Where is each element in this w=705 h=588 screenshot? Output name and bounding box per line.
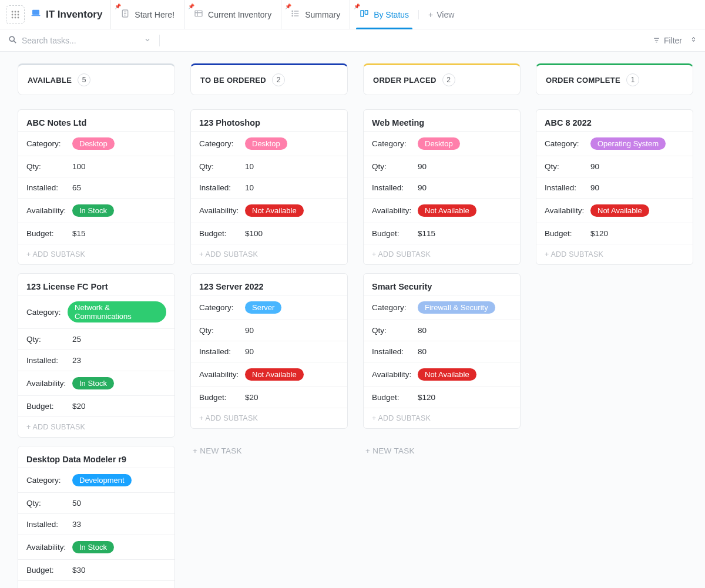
svg-point-2 [18, 11, 19, 12]
task-card[interactable]: 123 License FC PortCategory:Network & Co… [18, 273, 175, 438]
add-subtask-button[interactable]: + ADD SUBTASK [191, 408, 347, 428]
tab-start-here-[interactable]: 📌Start Here! [110, 0, 184, 29]
field-label: Availability: [199, 370, 245, 379]
column-cards: ABC Notes LtdCategory:DesktopQty:100Inst… [18, 109, 175, 588]
svg-point-4 [15, 14, 16, 15]
svg-point-6 [12, 16, 14, 18]
app-menu-button[interactable] [6, 5, 25, 24]
column-header[interactable]: TO BE ORDERED2 [190, 63, 348, 95]
add-subtask-button[interactable]: + ADD SUBTASK [191, 244, 347, 264]
field-label: Availability: [372, 206, 418, 215]
availability-pill: Not Available [418, 368, 476, 381]
card-title: 123 Photoshop [191, 110, 347, 131]
add-subtask-button[interactable]: + ADD SUBTASK [18, 416, 174, 437]
task-card[interactable]: ABC Notes LtdCategory:DesktopQty:100Inst… [18, 109, 175, 265]
pin-icon: 📌 [188, 4, 194, 9]
column-cards: Web MeetingCategory:DesktopQty:90Install… [363, 109, 521, 429]
column-header[interactable]: ORDER PLACED2 [363, 63, 521, 95]
qty-value: 90 [418, 162, 427, 171]
field-label: Qty: [199, 162, 245, 171]
field-label: Installed: [372, 183, 418, 192]
svg-point-26 [9, 36, 14, 41]
filter-button[interactable]: Filter [653, 36, 682, 45]
availability-pill: Not Available [245, 368, 304, 381]
new-task-button[interactable]: + NEW TASK [190, 443, 348, 459]
workspace-title[interactable]: IT Inventory [31, 8, 102, 21]
field-label: Category: [26, 476, 72, 485]
svg-point-3 [12, 14, 14, 15]
field-label: Category: [372, 303, 418, 312]
field-label: Availability: [199, 206, 245, 215]
search-input[interactable] [22, 36, 139, 45]
category-pill: Firewall & Security [418, 301, 495, 314]
svg-point-21 [292, 11, 293, 11]
topbar: IT Inventory 📌Start Here!📌Current Invent… [0, 0, 705, 29]
add-subtask-button[interactable]: + ADD SUBTASK [536, 244, 693, 264]
category-pill: Desktop [245, 137, 287, 150]
new-task-button[interactable]: + NEW TASK [363, 443, 521, 459]
tab-icon [291, 9, 300, 20]
field-label: Installed: [26, 183, 72, 192]
qty-value: 10 [245, 162, 254, 171]
tab-summary[interactable]: 📌Summary [281, 0, 350, 29]
tab-label: By Status [374, 10, 409, 19]
task-card[interactable]: ABC 8 2022Category:Operating SystemQty:9… [536, 109, 693, 265]
column-order-complete: ORDER COMPLETE1ABC 8 2022Category:Operat… [536, 63, 693, 265]
add-view-label: View [437, 10, 454, 19]
column-to-be-ordered: TO BE ORDERED2123 PhotoshopCategory:Desk… [190, 63, 348, 459]
tab-label: Summary [305, 10, 340, 19]
task-card[interactable]: 123 PhotoshopCategory:DesktopQty:10Insta… [190, 109, 348, 265]
chevron-down-icon[interactable] [144, 36, 151, 45]
installed-value: 90 [245, 347, 254, 356]
category-pill: Desktop [72, 137, 115, 150]
tab-icon [120, 9, 130, 20]
column-name: ORDER COMPLETE [546, 76, 620, 85]
card-title: 123 Server 2022 [191, 274, 347, 295]
tab-current-inventory[interactable]: 📌Current Inventory [184, 0, 281, 29]
column-header[interactable]: ORDER COMPLETE1 [536, 63, 693, 95]
column-available: AVAILABLE5ABC Notes LtdCategory:DesktopQ… [18, 63, 175, 588]
field-label: Budget: [372, 393, 418, 402]
budget-value: $120 [590, 229, 608, 238]
task-card[interactable]: Web MeetingCategory:DesktopQty:90Install… [363, 109, 521, 265]
column-order-placed: ORDER PLACED2Web MeetingCategory:Desktop… [363, 63, 521, 459]
pin-icon: 📌 [354, 4, 360, 9]
qty-value: 50 [72, 499, 81, 508]
tab-label: Start Here! [135, 10, 174, 19]
budget-value: $115 [418, 229, 435, 238]
availability-pill: Not Available [418, 204, 476, 217]
column-count: 2 [442, 73, 455, 86]
sort-toggle-icon[interactable] [690, 35, 697, 45]
budget-value: $20 [72, 402, 86, 411]
add-subtask-button[interactable]: + ADD SUBTASK [364, 244, 520, 264]
task-card[interactable]: 123 Server 2022Category:ServerQty:90Inst… [190, 273, 348, 429]
field-label: Installed: [545, 183, 590, 192]
qty-value: 80 [418, 326, 427, 335]
add-subtask-button[interactable]: + ADD SUBTASK [18, 580, 174, 588]
task-card[interactable]: Desktop Data Modeler r9Category:Developm… [18, 446, 175, 588]
task-card[interactable]: Smart SecurityCategory:Firewall & Securi… [363, 273, 521, 429]
svg-point-22 [292, 13, 293, 14]
column-header[interactable]: AVAILABLE5 [18, 63, 175, 95]
budget-value: $15 [72, 229, 86, 238]
field-label: Qty: [372, 326, 418, 335]
budget-value: $120 [418, 393, 435, 402]
field-label: Installed: [199, 183, 245, 192]
add-subtask-button[interactable]: + ADD SUBTASK [18, 244, 174, 264]
card-title: Smart Security [364, 274, 520, 295]
tab-by-status[interactable]: 📌By Status [350, 0, 418, 29]
svg-line-27 [14, 41, 16, 43]
field-label: Installed: [26, 356, 72, 365]
search-icon [8, 35, 17, 46]
add-subtask-button[interactable]: + ADD SUBTASK [364, 408, 520, 428]
field-label: Category: [199, 303, 245, 312]
field-label: Availability: [26, 543, 72, 552]
card-title: Desktop Data Modeler r9 [18, 446, 174, 468]
svg-rect-10 [32, 15, 41, 16]
category-pill: Server [245, 301, 281, 314]
add-view-button[interactable]: + View [418, 10, 464, 19]
card-title: ABC 8 2022 [536, 110, 693, 131]
app-grid-icon [11, 10, 20, 19]
installed-value: 33 [72, 520, 81, 529]
availability-pill: Not Available [245, 204, 304, 217]
